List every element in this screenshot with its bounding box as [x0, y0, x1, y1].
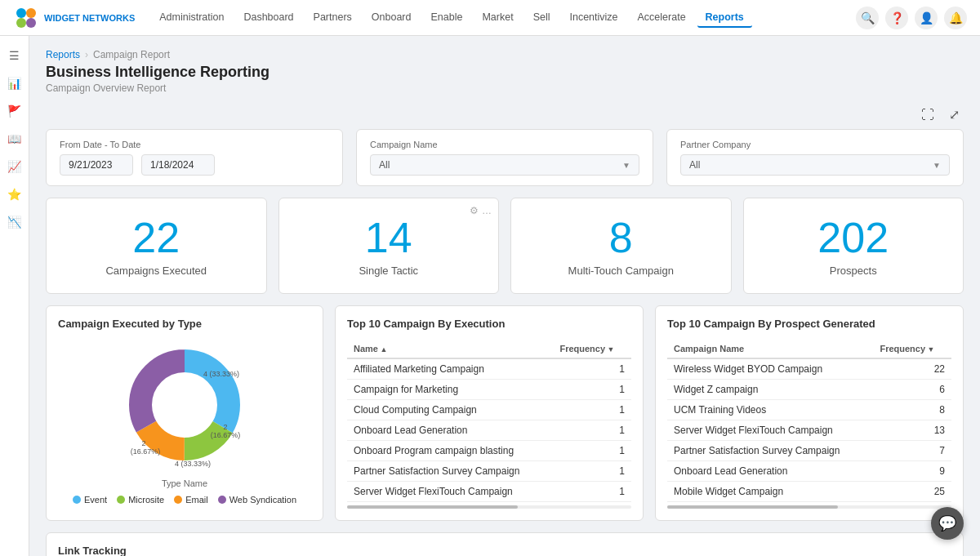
stat-label-prospects: Prospects: [757, 265, 951, 277]
bottom-row: Campaign Executed by Type: [46, 305, 964, 521]
top10-prospect-table: Campaign Name Frequency Wireless Widget …: [667, 340, 951, 502]
link-tracking-title: Link Tracking: [58, 545, 951, 556]
exec-freq-cell: 1: [553, 400, 631, 420]
filter-icon-btn[interactable]: ⚙: [470, 205, 479, 216]
prospect-name-cell: Widget Z campaign: [667, 380, 873, 400]
prospect-scrollbar-track: [667, 505, 951, 509]
legend-label-email: Email: [185, 495, 208, 505]
prospect-name-cell: Onboard Lead Generation: [667, 461, 873, 482]
chart-title: Campaign Executed by Type: [58, 318, 311, 330]
exec-freq-cell: 1: [553, 441, 631, 461]
main-content: Reports › Campaign Report Business Intel…: [29, 36, 980, 556]
prospect-scrollbar-thumb: [667, 505, 838, 509]
help-button[interactable]: ❓: [885, 7, 908, 29]
table-row: Affiliated Marketing Campaign1: [347, 358, 631, 380]
nav-dashboard[interactable]: Dashboard: [235, 8, 301, 28]
prospect-name-cell: UCM Training Videos: [667, 400, 873, 420]
table-row: UCM Training Videos8: [667, 400, 951, 420]
sidebar-flag-icon[interactable]: 🚩: [3, 100, 26, 122]
campaign-filter-label: Campaign Name: [370, 140, 639, 149]
prospect-freq-cell: 8: [873, 400, 951, 420]
table-row: Mobile Widget Campaign25: [667, 482, 951, 502]
nav-market[interactable]: Market: [474, 8, 521, 28]
exec-scrollbar-track: [347, 505, 631, 509]
date-filter-card: From Date - To Date 9/21/2023 1/18/2024: [46, 129, 343, 186]
legend-label-websyn: Web Syndication: [229, 495, 296, 505]
table-row: Cloud Computing Campaign1: [347, 400, 631, 420]
nav-accelerate[interactable]: Accelerate: [630, 8, 694, 28]
date-filter-label: From Date - To Date: [60, 140, 329, 149]
prospect-name-cell: Partner Satisfaction Survey Campaign: [667, 441, 873, 461]
fullscreen-button[interactable]: ⤢: [945, 105, 964, 124]
nav-partners[interactable]: Partners: [305, 8, 360, 28]
legend-dot-email: [174, 496, 182, 504]
svg-text:(16.67%): (16.67%): [211, 431, 241, 439]
svg-text:(16.67%): (16.67%): [131, 447, 161, 456]
svg-point-3: [26, 18, 36, 28]
col-campaign-name-header[interactable]: Campaign Name: [667, 340, 873, 358]
sidebar-book-icon[interactable]: 📖: [3, 127, 26, 150]
page-title: Business Intelligence Reporting: [46, 64, 964, 81]
expand-button[interactable]: ⛶: [917, 105, 938, 124]
sidebar-star-icon[interactable]: ⭐: [3, 183, 26, 206]
nav-links: Administration Dashboard Partners Onboar…: [151, 8, 856, 28]
breadcrumb-reports[interactable]: Reports: [46, 49, 80, 60]
nav-administration[interactable]: Administration: [151, 8, 232, 28]
exec-name-cell: Onboard Lead Generation: [347, 420, 553, 441]
legend-event: Event: [73, 495, 107, 505]
svg-point-1: [26, 8, 36, 18]
filter-row: From Date - To Date 9/21/2023 1/18/2024 …: [46, 129, 964, 186]
stat-card-actions: ⚙ …: [470, 205, 492, 216]
prospect-freq-cell: 9: [873, 461, 951, 482]
nav-reports[interactable]: Reports: [697, 8, 752, 28]
campaign-select[interactable]: All ▼: [370, 154, 639, 176]
table-row: Onboard Lead Generation9: [667, 461, 951, 482]
top10-prospect-title: Top 10 Campaign By Prospect Generated: [667, 318, 951, 330]
campaign-filter-card: Campaign Name All ▼: [356, 129, 653, 186]
brand-name: WIDGET NETWORKS: [44, 13, 135, 23]
search-button[interactable]: 🔍: [856, 7, 879, 29]
date-from-field[interactable]: 9/21/2023: [60, 154, 133, 176]
user-button[interactable]: 👤: [915, 7, 938, 29]
page-subtitle: Campaign Overview Report: [46, 82, 964, 94]
sidebar-report-icon[interactable]: 📉: [3, 211, 26, 234]
svg-point-0: [16, 8, 26, 18]
notification-button[interactable]: 🔔: [944, 7, 967, 29]
sidebar-menu-icon[interactable]: ☰: [3, 44, 26, 67]
legend-label-event: Event: [84, 495, 107, 505]
exec-name-cell: Campaign for Marketing: [347, 380, 553, 400]
col-prospect-freq-header[interactable]: Frequency: [873, 340, 951, 358]
logo-icon: [13, 5, 39, 31]
nav-incentivize[interactable]: Incentivize: [561, 8, 626, 28]
top10-prospect-table-scroll[interactable]: Campaign Name Frequency Wireless Widget …: [667, 340, 951, 502]
breadcrumb: Reports › Campaign Report: [46, 49, 964, 60]
col-name-header[interactable]: Name: [347, 340, 553, 358]
prospect-freq-cell: 6: [873, 380, 951, 400]
legend-label-microsite: Microsite: [128, 495, 164, 505]
col-freq-header[interactable]: Frequency: [553, 340, 631, 358]
prospect-name-cell: Mobile Widget Campaign: [667, 482, 873, 502]
table-row: Campaign for Marketing1: [347, 380, 631, 400]
legend-dot-websyn: [218, 496, 226, 504]
nav-onboard[interactable]: Onboard: [363, 8, 420, 28]
chat-button[interactable]: 💬: [931, 507, 964, 540]
nav-enable[interactable]: Enable: [422, 8, 470, 28]
svg-point-2: [16, 18, 26, 28]
stat-card-campaigns-executed: 22 Campaigns Executed: [46, 198, 267, 294]
prospect-name-cell: Wireless Widget BYOD Campaign: [667, 358, 873, 380]
partner-select-arrow: ▼: [933, 161, 941, 170]
table-row: Wireless Widget BYOD Campaign22: [667, 358, 951, 380]
more-icon-btn[interactable]: …: [482, 205, 492, 216]
sidebar-chart-icon[interactable]: 📊: [3, 72, 26, 95]
nav-sell[interactable]: Sell: [525, 8, 559, 28]
sidebar-analytics-icon[interactable]: 📈: [3, 155, 26, 178]
toolbar: ⛶ ⤢: [46, 105, 964, 124]
top10-execution-card: Top 10 Campaign By Execution Name Freque…: [335, 305, 644, 521]
svg-text:4 (33.33%): 4 (33.33%): [203, 370, 239, 378]
top10-execution-table-scroll[interactable]: Name Frequency Affiliated Marketing Camp…: [347, 340, 631, 502]
partner-select[interactable]: All ▼: [680, 154, 950, 176]
date-to-field[interactable]: 1/18/2024: [141, 154, 215, 176]
exec-freq-cell: 1: [553, 461, 631, 482]
exec-name-cell: Cloud Computing Campaign: [347, 400, 553, 420]
exec-freq-cell: 1: [553, 482, 631, 502]
